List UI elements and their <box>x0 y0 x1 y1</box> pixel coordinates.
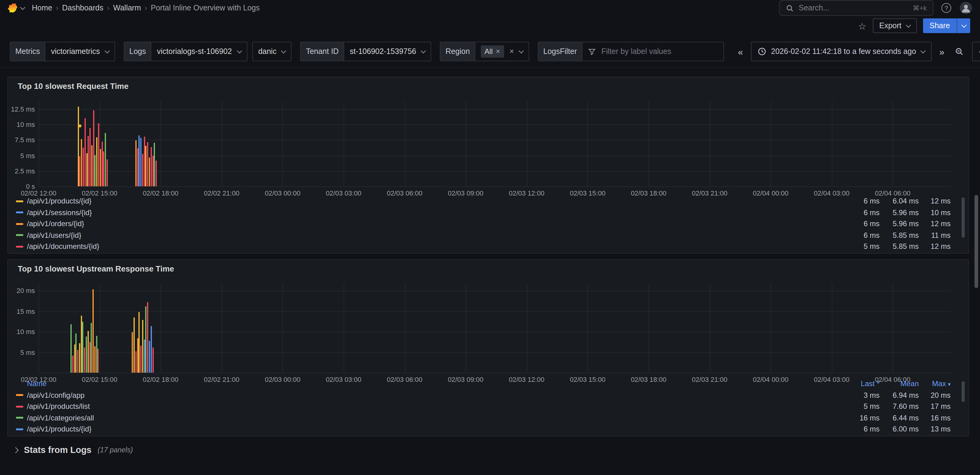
gridline-vertical <box>649 283 649 373</box>
time-shift-forward-button[interactable]: » <box>934 42 950 61</box>
variable-logs-select[interactable]: victorialogs-st-106902 <box>151 42 247 61</box>
chart-bar <box>79 156 81 186</box>
legend-row[interactable]: /api/v1/products/{id}6 ms6.04 ms12 ms <box>8 196 951 207</box>
variable-logs-value: victorialogs-st-106902 <box>157 47 232 56</box>
legend-header-name[interactable]: Name <box>27 380 830 388</box>
logsfilter-input[interactable]: Filter by label values <box>582 42 724 61</box>
series-color-dash <box>16 234 23 236</box>
chart-bar <box>70 324 72 373</box>
remove-chip-icon[interactable]: × <box>496 48 500 56</box>
gridline-vertical <box>38 101 39 186</box>
legend-series-name[interactable]: /api/v1/users/{id} <box>27 231 830 240</box>
share-split-button: Share <box>923 18 970 33</box>
series-color-dash <box>16 417 23 419</box>
chart-bar <box>88 136 89 186</box>
share-options-button[interactable] <box>957 18 970 33</box>
variable-tenant-id: Tenant ID st-106902-1539756 <box>301 42 431 61</box>
chart-bar <box>145 146 147 186</box>
gridline-vertical <box>283 283 283 373</box>
variable-metrics-label: Metrics <box>10 42 45 61</box>
legend-max-value: 17 ms <box>919 402 951 411</box>
search-icon <box>786 4 794 12</box>
chart-bar <box>86 153 87 186</box>
chart-bar <box>81 316 82 373</box>
dashboard-controls: Metrics victoriametrics Logs victorialog… <box>0 35 980 68</box>
legend-row[interactable]: /api/v1/documents/{id}5 ms5.85 ms12 ms <box>8 241 951 252</box>
user-avatar[interactable] <box>959 1 973 15</box>
gridline-vertical <box>710 101 710 186</box>
legend-header-max[interactable]: Max▾ <box>919 380 951 388</box>
y-axis-label: 12.5 ms <box>8 105 35 113</box>
row-partially-visible[interactable]: Nginx <box>13 471 969 475</box>
sort-desc-icon: ▾ <box>948 381 951 388</box>
chart-bar <box>150 326 151 373</box>
row-panel-count: (17 panels) <box>98 446 133 454</box>
legend-series-name[interactable]: /api/v1/products/{id} <box>27 425 830 434</box>
grafana-logo-icon <box>7 2 18 14</box>
chart-bar <box>140 138 142 186</box>
clear-selection-icon[interactable]: × <box>509 48 514 56</box>
legend-max-value: 12 ms <box>919 242 951 251</box>
legend-series-name[interactable]: /api/v1/orders/{id} <box>27 220 830 228</box>
legend-last-value: 5 ms <box>830 242 880 251</box>
row-title[interactable]: Stats from Logs <box>24 445 92 455</box>
breadcrumb-item-dashboards[interactable]: Dashboards <box>62 4 103 12</box>
legend-row[interactable]: /api/v1/products/list5 ms7.60 ms17 ms <box>8 401 951 412</box>
page-scrollbar-thumb[interactable] <box>975 195 978 288</box>
gridline-horizontal <box>38 140 951 141</box>
legend-row[interactable]: /api/v1/users/{id}6 ms5.85 ms11 ms <box>8 230 951 241</box>
chart-bar <box>140 346 142 373</box>
breadcrumb-item-home[interactable]: Home <box>32 4 52 12</box>
legend-series-name[interactable]: /api/v1/documents/{id} <box>27 242 830 251</box>
legend-row[interactable]: /api/v1/sessions/{id}6 ms5.96 ms10 ms <box>8 207 951 218</box>
legend-row[interactable]: /api/v1/categories/all16 ms6.44 ms16 ms <box>8 412 951 424</box>
chart-bar <box>89 128 91 186</box>
region-chip-all[interactable]: All × <box>481 45 504 57</box>
variable-tenant-select[interactable]: st-106902-1539756 <box>344 42 431 61</box>
gridline-horizontal <box>38 290 951 291</box>
legend-series-name[interactable]: /api/v1/products/{id} <box>27 197 830 206</box>
variable-region-select[interactable]: All × × <box>475 42 529 61</box>
legend-scrollbar[interactable] <box>962 381 965 402</box>
legend-series-name[interactable]: /api/v1/products/list <box>27 402 830 411</box>
legend-row[interactable]: /api/v1/config/app3 ms6.94 ms20 ms <box>8 389 951 401</box>
variable-logs-secondary-select[interactable]: danic <box>252 42 292 61</box>
help-icon: ? <box>942 3 951 13</box>
legend-row[interactable]: /api/v1/products/{id}6 ms6.00 ms13 ms <box>8 424 951 435</box>
row-stats-from-logs[interactable]: Stats from Logs (17 panels) <box>13 443 969 457</box>
zoom-out-time-button[interactable] <box>951 42 967 61</box>
grafana-logo-button[interactable] <box>7 2 24 14</box>
gridline-vertical <box>893 283 893 373</box>
search-input[interactable]: Search... ⌘+k <box>779 0 934 16</box>
variable-tenant-label: Tenant ID <box>301 42 344 61</box>
series-color-dash <box>16 212 23 214</box>
breadcrumb-item-wallarm[interactable]: Wallarm <box>113 4 141 12</box>
legend-scrollbar[interactable] <box>962 198 965 238</box>
gridline-vertical <box>161 101 161 186</box>
legend-header-last[interactable]: Last * <box>830 380 880 388</box>
gridline-horizontal <box>38 155 951 156</box>
page-scrollbar[interactable] <box>975 0 978 475</box>
share-button[interactable]: Share <box>923 18 957 33</box>
series-color-dash <box>16 223 23 225</box>
legend-series-name[interactable]: /api/v1/config/app <box>27 391 830 400</box>
legend-series-name[interactable]: /api/v1/sessions/{id} <box>27 209 830 217</box>
legend-last-value: 6 ms <box>830 209 880 217</box>
time-range-picker[interactable]: 2026-02-02 11:42:18 to a few seconds ago <box>751 42 932 61</box>
legend-row[interactable]: /api/v1/orders/{id}6 ms5.96 ms12 ms <box>8 218 951 230</box>
chart-bar <box>78 106 79 186</box>
legend-max-value: 16 ms <box>919 414 951 422</box>
export-button[interactable]: Export <box>872 18 916 33</box>
chart-bar <box>83 322 84 373</box>
gridline-horizontal <box>38 124 951 125</box>
variable-metrics-select[interactable]: victoriametrics <box>45 42 115 61</box>
legend-header-mean[interactable]: Mean <box>880 380 919 388</box>
chart-bar <box>72 355 73 373</box>
legend-series-name[interactable]: /api/v1/categories/all <box>27 414 830 422</box>
chart-bar <box>92 289 94 373</box>
help-button[interactable]: ? <box>940 1 953 15</box>
double-chevron-right-icon: » <box>939 47 945 56</box>
gridline-horizontal <box>38 186 951 187</box>
time-shift-back-button[interactable]: « <box>733 42 748 61</box>
star-dashboard-button[interactable]: ☆ <box>858 21 866 30</box>
